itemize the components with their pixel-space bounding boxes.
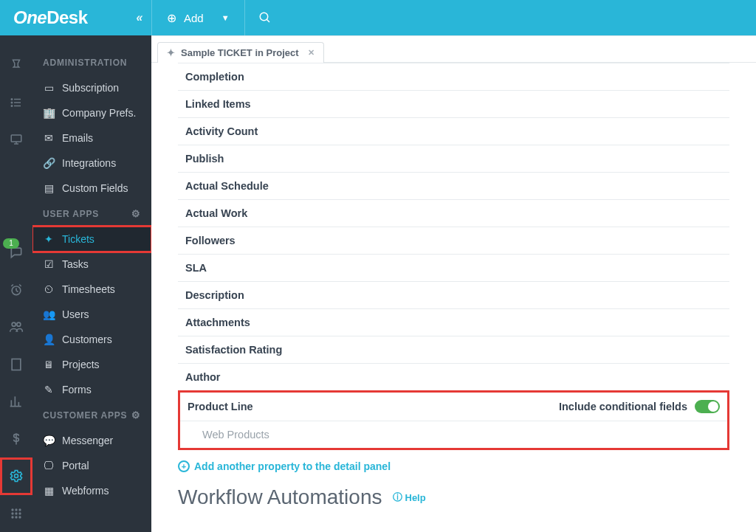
property-row[interactable]: Actual Work [178,200,729,227]
property-row[interactable]: Publish [178,145,729,173]
add-button-label: Add [184,12,204,24]
sidebar-item-messenger[interactable]: 💬Messenger [32,428,151,453]
property-row[interactable]: Description [178,282,729,309]
rail-item-messages[interactable] [0,234,32,271]
property-row[interactable]: Actual Schedule [178,173,729,200]
sidebar-item-label: Emails [62,132,93,144]
rail-item-monitor[interactable] [0,121,32,158]
main: ✦ Sample TICKET in Project ✕ Completion … [151,35,756,532]
sidebar-item-users[interactable]: 👥Users [32,302,151,327]
collapse-sidebar-icon[interactable]: « [137,11,142,24]
property-sub-row[interactable]: Web Products [180,421,727,448]
sidebar-item-portal[interactable]: 🖵Portal [32,453,151,478]
property-row[interactable]: Followers [178,227,729,255]
content: Completion Linked Items Activity Count P… [151,63,756,532]
rail [0,35,32,532]
tabbar: ✦ Sample TICKET in Project ✕ [151,36,756,63]
sidebar-item-tickets[interactable]: ✦Tickets [32,227,151,252]
rail-item-list[interactable] [0,83,32,120]
help-link[interactable]: ⓘ Help [393,491,426,504]
rail-item-building[interactable] [0,346,32,383]
gear-icon[interactable]: ⚙ [131,208,141,219]
property-row[interactable]: Attachments [178,309,729,336]
rail-item-chart[interactable] [0,383,32,420]
highlighted-property-box: Product Line Include conditional fields … [178,390,729,450]
layout: ADMINISTRATION ▭Subscription 🏢Company Pr… [0,35,756,532]
svg-line-14 [11,284,13,286]
form-icon: ▤ [43,182,55,194]
conditional-label: Include conditional fields [559,401,687,412]
sidebar-item-customers[interactable]: 👤Customers [32,327,151,352]
add-property-link[interactable]: + Add another property to the detail pan… [178,460,729,472]
sidebar-item-label: Timesheets [62,283,115,295]
sidebar-item-label: Projects [62,359,100,370]
section-user-apps: USER APPS⚙ [32,201,151,227]
close-icon[interactable]: ✕ [308,48,315,58]
brand-logo: OneDesk « [0,7,151,28]
sidebar-item-label: Forms [62,384,92,395]
building-icon: 🏢 [43,107,55,119]
sidebar-item-subscription[interactable]: ▭Subscription [32,75,151,100]
property-row[interactable]: Author [178,364,729,390]
sidebar: ADMINISTRATION ▭Subscription 🏢Company Pr… [32,35,151,532]
forms-icon: ✎ [43,384,55,395]
rail-item-pin[interactable] [0,46,32,83]
sidebar-item-label: Tasks [62,258,89,270]
property-row[interactable]: Activity Count [178,118,729,145]
tasks-icon: ☑ [43,258,55,270]
sidebar-item-emails[interactable]: ✉Emails [32,125,151,151]
rail-item-clock[interactable] [0,272,32,308]
sidebar-item-label: Webforms [62,485,109,497]
property-row[interactable]: SLA [178,255,729,282]
webforms-icon: ▦ [43,485,55,497]
users-icon: 👥 [43,308,55,320]
sidebar-item-tasks[interactable]: ☑Tasks [32,252,151,277]
svg-point-38 [15,516,17,518]
sidebar-item-integrations[interactable]: 🔗Integrations [32,151,151,176]
sidebar-item-projects[interactable]: 🖥Projects [32,352,151,377]
sidebar-item-label: Customers [62,334,112,345]
svg-point-30 [15,474,18,478]
sidebar-item-label: Portal [62,460,89,471]
property-row-product-line[interactable]: Product Line Include conditional fields [180,393,727,421]
sidebar-item-company-prefs[interactable]: 🏢Company Prefs. [32,100,151,125]
property-row[interactable]: Satisfaction Rating [178,336,729,364]
rail-item-users[interactable] [0,308,32,345]
svg-point-33 [18,508,21,511]
add-button[interactable]: ⊕ Add ▼ [151,0,245,35]
svg-point-5 [11,98,13,100]
sidebar-item-label: Integrations [62,157,116,169]
ticket-icon: ✦ [43,233,55,245]
conditional-fields-wrap: Include conditional fields [559,400,720,413]
svg-point-32 [15,508,17,511]
property-row[interactable]: Completion [178,63,729,91]
add-link-label: Add another property to the detail panel [194,460,391,472]
property-label: Product Line [188,401,253,412]
search-button[interactable] [245,11,285,24]
sidebar-item-forms[interactable]: ✎Forms [32,377,151,402]
rail-item-apps[interactable] [0,495,32,532]
svg-point-16 [12,323,16,327]
svg-point-34 [11,512,13,514]
conditional-toggle[interactable] [695,400,720,413]
gear-icon[interactable]: ⚙ [131,410,141,421]
svg-rect-18 [12,359,21,370]
link-icon: 🔗 [43,157,55,169]
plus-circle-icon: + [178,460,190,472]
sidebar-item-webforms[interactable]: ▦Webforms [32,478,151,503]
workflow-section-heading: Workflow Automations ⓘ Help [178,486,729,509]
svg-point-39 [18,516,21,518]
property-row[interactable]: Linked Items [178,91,729,118]
rail-item-dollar[interactable] [0,421,32,457]
plus-circle-icon: ⊕ [167,11,176,25]
pin-icon: ✦ [167,47,175,58]
rail-item-settings[interactable] [0,457,32,494]
tab-sample-ticket[interactable]: ✦ Sample TICKET in Project ✕ [157,42,324,63]
sidebar-item-custom-fields[interactable]: ▤Custom Fields [32,176,151,201]
clock-icon: ⏲ [43,283,55,295]
svg-point-7 [11,105,13,106]
svg-line-15 [19,284,21,286]
section-title: Workflow Automations [178,486,382,509]
svg-point-17 [17,323,21,327]
sidebar-item-timesheets[interactable]: ⏲Timesheets [32,277,151,302]
